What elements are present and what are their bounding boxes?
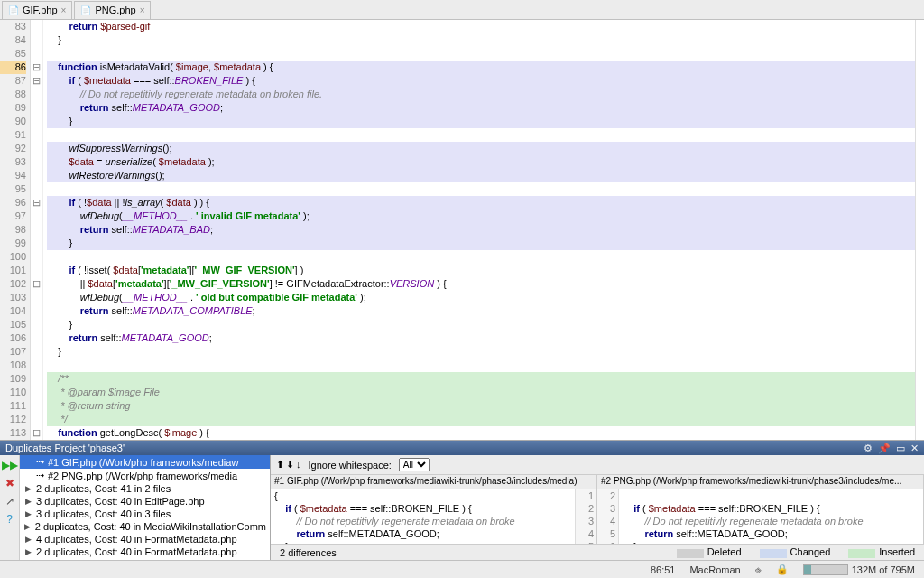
duplicates-tree-pane: ▶▶ ✖ ↗ ? ⇢ #1 GIF.php (/Work/php framewo… <box>0 455 271 560</box>
code-editor[interactable]: 8384858687888990919293949596979899100101… <box>0 20 924 441</box>
duplicates-panel: ▶▶ ✖ ↗ ? ⇢ #1 GIF.php (/Work/php framewo… <box>0 455 924 560</box>
memory-indicator[interactable]: 132M of 795M <box>803 564 915 575</box>
settings-icon[interactable]: ⚙ <box>864 443 873 454</box>
close-icon[interactable]: × <box>61 5 67 15</box>
export-icon[interactable]: ↗ <box>5 495 14 508</box>
diff-right-gutter: 23456789101112131415 <box>597 489 619 544</box>
close-icon[interactable]: ✖ <box>5 477 14 489</box>
whitespace-label: Ignore whitespace: <box>309 460 392 471</box>
jump-down-icon[interactable]: ↓ <box>296 459 301 471</box>
diff-summary: 2 differences <box>280 547 337 558</box>
hide-icon[interactable]: ✕ <box>910 443 919 454</box>
tab-gif[interactable]: 📄 GIF.php × <box>2 1 72 19</box>
status-bar: 86:51 MacRoman ⎆ 🔒 132M of 795M <box>0 560 924 578</box>
diff-left-title: #1 GIF.php (/Work/php frameworks/mediawi… <box>271 475 596 489</box>
tab-png[interactable]: 📄 PNG.php × <box>74 1 151 19</box>
fold-column[interactable]: ⊟⊟⊟⊟⊟ <box>31 20 43 440</box>
code-content[interactable]: return $parsed-gif } function isMetadata… <box>43 20 915 440</box>
tab-label: GIF.php <box>23 5 58 15</box>
whitespace-select[interactable]: All <box>399 458 430 471</box>
file-encoding[interactable]: MacRoman <box>689 564 740 575</box>
diff-right-code[interactable]: if ( $metadata === self::BROKEN_FILE ) {… <box>619 489 923 544</box>
legend-inserted: Inserted <box>879 546 915 557</box>
readonly-lock-icon[interactable]: 🔒 <box>776 564 789 575</box>
diff-toolbar: ⬆ ⬇ ↓ Ignore whitespace: All <box>271 455 924 475</box>
diff-legend: 2 differences Deleted Changed Inserted <box>271 544 924 560</box>
panel-title: Duplicates Project 'phase3' <box>5 443 125 453</box>
tab-label: PNG.php <box>95 5 135 15</box>
diff-left-code[interactable]: { if ( $metadata === self::BROKEN_FILE )… <box>271 489 575 544</box>
legend-deleted: Deleted <box>707 546 742 557</box>
help-icon[interactable]: ? <box>6 513 13 526</box>
php-file-icon: 📄 <box>8 5 19 15</box>
diff-right: #2 PNG.php (/Work/php frameworks/mediawi… <box>597 475 924 544</box>
diff-right-title: #2 PNG.php (/Work/php frameworks/mediawi… <box>597 475 923 489</box>
minimize-icon[interactable]: ▭ <box>896 443 905 454</box>
error-stripe[interactable] <box>915 20 924 440</box>
cursor-position: 86:51 <box>651 564 676 575</box>
prev-diff-icon[interactable]: ⬆ <box>276 459 284 471</box>
legend-changed: Changed <box>790 546 831 557</box>
line-numbers: 8384858687888990919293949596979899100101… <box>0 20 31 440</box>
next-diff-icon[interactable]: ⬇ <box>286 459 294 471</box>
memory-text: 132M of 795M <box>852 564 915 575</box>
rerun-icon[interactable]: ▶▶ <box>2 459 18 471</box>
tool-window-header: Duplicates Project 'phase3' ⚙ 📌 ▭ ✕ <box>0 441 924 455</box>
duplicates-toolbar: ▶▶ ✖ ↗ ? <box>0 455 20 560</box>
diff-left: #1 GIF.php (/Work/php frameworks/mediawi… <box>271 475 597 544</box>
close-icon[interactable]: × <box>140 5 145 15</box>
insert-mode-icon[interactable]: ⎆ <box>755 564 762 575</box>
editor-tabs: 📄 GIF.php × 📄 PNG.php × <box>0 0 924 20</box>
diff-body: #1 GIF.php (/Work/php frameworks/mediawi… <box>271 475 924 544</box>
pin-icon[interactable]: 📌 <box>878 443 891 454</box>
duplicates-tree[interactable]: ⇢ #1 GIF.php (/Work/php frameworks/media… <box>20 455 270 560</box>
diff-left-gutter: 1234567891011121314 <box>575 489 596 544</box>
php-file-icon: 📄 <box>80 5 91 15</box>
diff-viewer: ⬆ ⬇ ↓ Ignore whitespace: All #1 GIF.php … <box>271 455 924 560</box>
